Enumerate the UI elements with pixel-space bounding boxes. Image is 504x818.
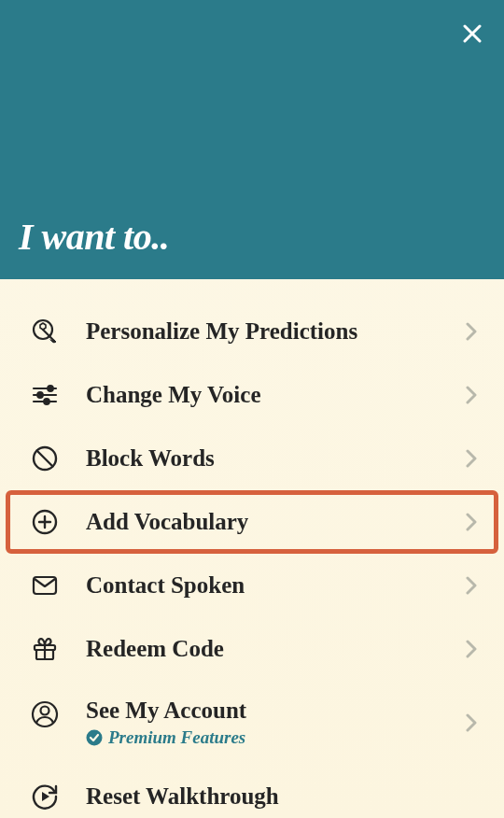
menu-list: Personalize My Predictions Change My Voi… [0,279,504,818]
chevron-right-icon [465,385,478,405]
menu-item-redeem[interactable]: Redeem Code [0,617,504,681]
play-reload-icon [30,782,60,811]
menu-item-contact[interactable]: Contact Spoken [0,554,504,617]
svg-line-10 [37,451,53,467]
close-icon [461,22,483,49]
header: I want to.. [0,0,504,279]
magnify-wrench-icon [30,317,60,346]
menu-item-label: Block Words [86,445,465,472]
menu-item-vocab[interactable]: Add Vocabulary [6,490,498,554]
ban-icon [30,444,60,473]
menu-item-label: Change My Voice [86,382,465,408]
menu-item-account[interactable]: See My Account Premium Features [0,681,504,765]
account-label-group: See My Account Premium Features [86,698,465,748]
svg-point-4 [48,386,53,391]
user-circle-icon [30,699,60,729]
svg-point-20 [87,730,103,746]
chevron-right-icon [465,448,478,469]
gift-icon [30,634,60,664]
premium-label: Premium Features [108,727,245,748]
chevron-right-icon [465,575,478,596]
menu-item-reset[interactable]: Reset Walkthrough [0,765,504,818]
svg-point-6 [37,392,43,398]
menu-item-label: Redeem Code [86,636,465,662]
close-button[interactable] [461,22,483,49]
chevron-right-icon [465,712,478,733]
menu-item-label: Personalize My Predictions [86,318,465,345]
mail-icon [30,571,60,600]
premium-badge: Premium Features [86,727,465,748]
svg-marker-21 [42,792,49,801]
chevron-right-icon [465,512,478,532]
menu-item-label: Contact Spoken [86,572,465,599]
menu-item-voice[interactable]: Change My Voice [0,363,504,427]
check-badge-icon [86,729,103,746]
svg-point-19 [41,707,49,715]
page-title: I want to.. [19,215,169,279]
menu-item-label: Reset Walkthrough [86,783,478,810]
menu-item-label: See My Account [86,698,465,724]
svg-point-8 [44,399,49,404]
menu-item-personalize[interactable]: Personalize My Predictions [0,300,504,363]
plus-circle-icon [30,507,60,537]
menu-item-label: Add Vocabulary [86,509,465,535]
sliders-icon [30,380,60,410]
menu-item-block[interactable]: Block Words [0,427,504,490]
chevron-right-icon [465,321,478,342]
chevron-right-icon [465,639,478,659]
